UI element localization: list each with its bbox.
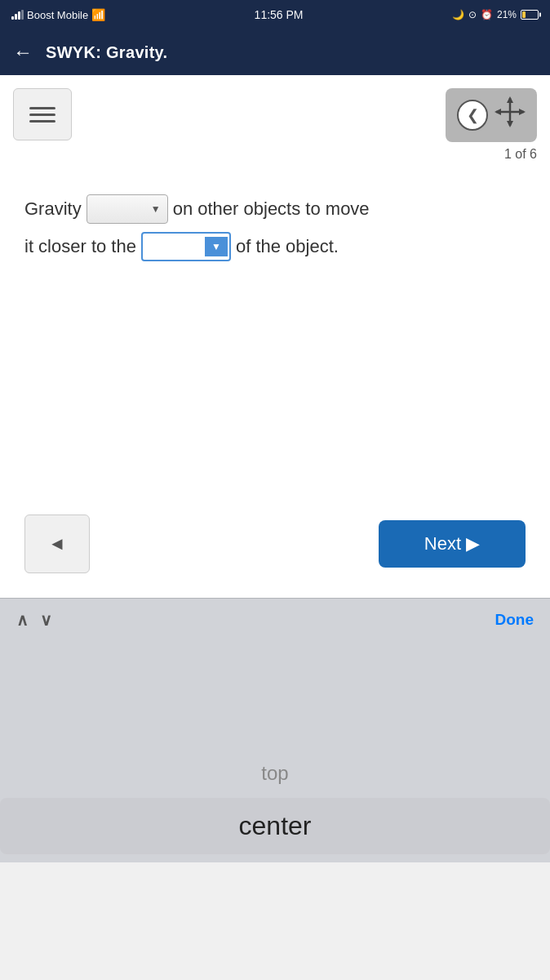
hamburger-line-1 [29, 107, 55, 109]
location-icon: ⊙ [468, 9, 477, 20]
svg-marker-4 [495, 109, 501, 115]
status-bar-left: Boost Mobile 📶 [11, 8, 105, 21]
picker-wheel: top center [0, 749, 550, 854]
picker-item-selected[interactable]: center [0, 798, 550, 854]
dropdown-2[interactable]: ▼ [141, 232, 231, 261]
svg-marker-5 [519, 109, 526, 115]
main-content: ❮ 1 of 6 Gravity [0, 75, 550, 598]
dropdown-1[interactable]: ▼ [86, 194, 168, 224]
svg-marker-3 [507, 121, 513, 127]
question-part1: Gravity [24, 194, 82, 223]
page-title: SWYK: Gravity. [46, 43, 167, 62]
header: ← SWYK: Gravity. [0, 29, 550, 75]
prev-icon: ◄ [48, 533, 66, 555]
hamburger-button[interactable] [13, 88, 72, 140]
hamburger-line-2 [29, 114, 55, 116]
moon-icon: 🌙 [452, 9, 464, 20]
dropdown-2-arrow-icon: ▼ [205, 237, 228, 256]
keyboard-toolbar: ∧ ∨ Done [0, 598, 550, 640]
hamburger-line-3 [29, 120, 55, 122]
move-arrows-icon[interactable] [495, 96, 526, 134]
next-button[interactable]: Next ▶ [379, 520, 526, 568]
carrier-label: Boost Mobile [27, 9, 88, 21]
nav-down-button[interactable]: ∨ [40, 610, 52, 630]
question-area: Gravity ▼ on other objects to move it cl… [0, 162, 550, 506]
signal-bars-icon [11, 10, 24, 20]
alarm-icon: ⏰ [481, 9, 493, 20]
top-controls: ❮ 1 of 6 [0, 75, 550, 162]
back-circle-button[interactable]: ❮ [457, 100, 488, 131]
back-circle-icon: ❮ [467, 106, 479, 124]
move-controls: ❮ [446, 88, 537, 142]
prev-button[interactable]: ◄ [24, 514, 90, 573]
picker-item-above: top [0, 749, 550, 798]
picker-area[interactable]: top center [0, 640, 550, 862]
dropdown-1-arrow-icon: ▼ [146, 198, 166, 220]
svg-marker-2 [507, 96, 513, 103]
status-bar-right: 🌙 ⊙ ⏰ 21% [452, 9, 539, 20]
question-part3: it closer to the [24, 232, 136, 261]
battery-percent: 21% [497, 9, 517, 20]
nav-up-button[interactable]: ∧ [16, 610, 29, 630]
question-part4: of the object. [236, 232, 339, 261]
wifi-icon: 📶 [91, 8, 105, 21]
top-right-controls: ❮ 1 of 6 [446, 88, 537, 162]
time-display: 11:56 PM [255, 8, 304, 21]
page-indicator: 1 of 6 [504, 147, 537, 162]
status-bar: Boost Mobile 📶 11:56 PM 🌙 ⊙ ⏰ 21% [0, 0, 550, 29]
battery-icon [521, 10, 539, 20]
toolbar-nav: ∧ ∨ [16, 610, 52, 630]
question-part2: on other objects to move [173, 194, 370, 223]
question-row-2: it closer to the ▼ of the object. [24, 232, 526, 261]
done-button[interactable]: Done [495, 611, 534, 629]
back-button[interactable]: ← [13, 41, 33, 64]
action-buttons: ◄ Next ▶ [0, 506, 550, 598]
question-row-1: Gravity ▼ on other objects to move [24, 194, 526, 224]
